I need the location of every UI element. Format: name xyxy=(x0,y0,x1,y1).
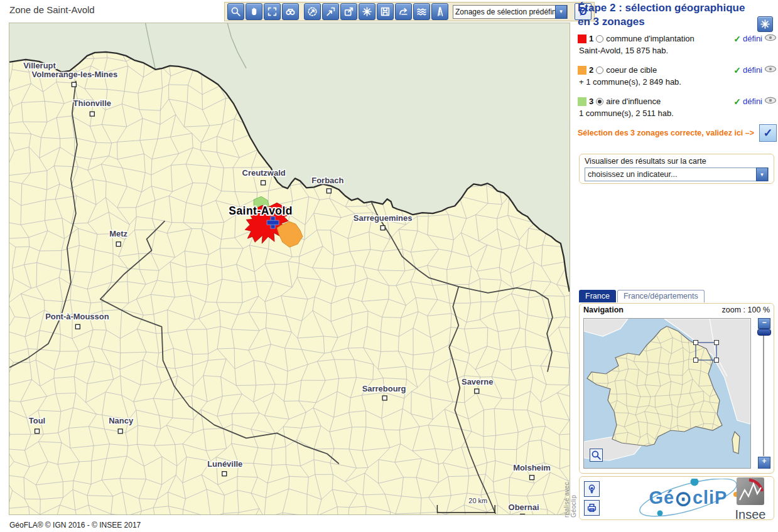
combo-dropdown-icon[interactable]: ▼ xyxy=(555,5,567,19)
zoom-slider-handle[interactable] xyxy=(757,329,771,336)
city-label: Sarrebourg xyxy=(362,384,406,393)
zone-visibility-toggle[interactable] xyxy=(764,34,777,43)
lightbulb-icon xyxy=(586,484,597,494)
check-icon: ✓ xyxy=(733,65,741,75)
zone-status: ✓défini xyxy=(733,34,777,44)
control-panel: Étape 2 : sélection géographique en 3 zo… xyxy=(576,1,778,532)
zone-detail: 1 commune(s), 2 511 hab. xyxy=(579,109,777,119)
geoclip-o-icon: ⊙ xyxy=(674,487,693,510)
zone-label: coeur de cible xyxy=(606,65,657,75)
star-selection-icon xyxy=(760,19,770,29)
zoom-level-label: zoom : 100 % xyxy=(722,306,770,314)
indicator-select[interactable]: choisissez un indicateur... ▼ xyxy=(585,168,769,181)
tab-france-d-partements[interactable]: France/départements xyxy=(617,290,705,302)
navigation-header: Navigation zoom : 100 % xyxy=(583,306,770,314)
city-label: Toul xyxy=(29,416,45,425)
refresh-tool-button[interactable] xyxy=(395,3,412,20)
waves-tool-button[interactable] xyxy=(413,3,430,20)
full-extent-tool-button[interactable] xyxy=(264,3,281,20)
zone-visibility-toggle[interactable] xyxy=(764,65,777,75)
city-label: Molsheim xyxy=(513,463,551,472)
map-canvas[interactable]: VilleruptVolmerange-les-MinesThionvilleC… xyxy=(9,23,570,515)
pan-tool-button[interactable] xyxy=(246,3,262,20)
binoculars-tool-button[interactable] xyxy=(282,3,299,20)
city-marker xyxy=(382,396,387,400)
eye-visibility-icon xyxy=(764,34,777,41)
star-selection-icon xyxy=(362,6,372,17)
zoom-in-button[interactable]: + xyxy=(758,457,770,469)
panel-title-line2: en 3 zonages xyxy=(578,15,760,29)
zone-label: aire d'influence xyxy=(606,97,661,106)
zone-status-label: défini xyxy=(743,65,762,75)
validate-button[interactable]: ✓ xyxy=(759,124,777,142)
results-box: Visualiser des résultats sur la carte ch… xyxy=(579,154,774,184)
city-label: Forbach xyxy=(311,176,343,185)
tab-france[interactable]: France xyxy=(579,290,616,302)
city-label: Obernai xyxy=(509,503,539,512)
zone-color-swatch xyxy=(578,35,586,43)
map-toolbar: Zonages de sélection prédéfini ▼ Ø xyxy=(224,2,595,21)
city-label: Volmerange-les-Mines xyxy=(32,70,118,79)
toolbar-tools xyxy=(227,3,450,20)
help-lightbulb-button[interactable] xyxy=(584,481,600,497)
print-button[interactable] xyxy=(584,500,600,516)
zone-status: ✓défini xyxy=(733,65,777,75)
panel-title-line1: Étape 2 : sélection géographique xyxy=(578,1,760,15)
logos-box: Gé⊙cliP Insee xyxy=(579,476,774,520)
city-marker xyxy=(381,226,385,230)
zoom-in-icon xyxy=(591,450,602,460)
zone-status: ✓défini xyxy=(733,97,777,107)
zone-radio[interactable] xyxy=(596,98,603,105)
zone-number: 3 xyxy=(589,97,593,106)
city-label: Creutzwald xyxy=(242,168,286,178)
zonages-combobox[interactable]: Zonages de sélection prédéfini ▼ xyxy=(453,5,568,19)
check-icon: ✓ xyxy=(733,34,741,44)
validate-message: Sélection des 3 zonages correcte, valide… xyxy=(578,129,759,137)
zone-2-block: 2coeur de cible✓défini+ 1 commune(s), 2 … xyxy=(578,64,777,88)
city-marker xyxy=(116,242,121,247)
star-selection-tool-button[interactable] xyxy=(359,3,375,20)
select-dropdown-icon[interactable]: ▼ xyxy=(756,168,768,181)
city-marker xyxy=(118,429,122,434)
geoclip-wordmark: Gé⊙cliP xyxy=(635,479,742,518)
city-label: Pont-à-Mousson xyxy=(45,312,109,321)
zone-status-label: défini xyxy=(743,34,762,43)
panel-title: Étape 2 : sélection géographique en 3 zo… xyxy=(578,1,760,29)
city-label: Villerupt xyxy=(23,61,56,70)
overview-minimap[interactable] xyxy=(583,318,751,469)
eye-visibility-icon xyxy=(764,97,777,104)
city-label: Sarreguemines xyxy=(354,213,413,223)
copyright-credit: GéoFLA® © IGN 2016 - © INSEE 2017 xyxy=(9,521,141,529)
city-label: Lunéville xyxy=(207,459,242,469)
zone-radio[interactable] xyxy=(596,66,603,74)
zoom-slider: − + xyxy=(755,318,772,469)
open-window-tool-button[interactable] xyxy=(340,3,357,20)
zoom-out-button[interactable]: − xyxy=(758,318,770,329)
zonages-combobox-value: Zonages de sélection prédéfini xyxy=(453,8,555,16)
zone-visibility-toggle[interactable] xyxy=(764,97,777,106)
star-selection-tool-button[interactable] xyxy=(757,16,773,32)
zone-detail: + 1 commune(s), 2 849 hab. xyxy=(579,77,777,88)
roads-tool-button[interactable] xyxy=(431,3,448,20)
city-marker xyxy=(35,429,40,434)
zone-number: 2 xyxy=(589,65,593,75)
save-tool-button[interactable] xyxy=(377,3,394,20)
next-view-tool-button[interactable] xyxy=(322,3,339,20)
zone-2-row: 2coeur de cible✓défini xyxy=(578,64,777,76)
previous-view-icon xyxy=(307,6,318,17)
scale-label: 20 km xyxy=(468,497,487,504)
previous-view-tool-button[interactable] xyxy=(304,3,321,20)
insee-logo: Insee xyxy=(731,477,770,521)
city-label: Saverne xyxy=(462,377,493,386)
open-window-icon xyxy=(343,6,354,17)
geoclip-app: Zone de Saint-Avold Zonages de sélection… xyxy=(0,0,778,532)
zoom-slider-track[interactable] xyxy=(763,329,764,456)
city-marker xyxy=(222,472,227,476)
zone-1-row: 1commune d'implantation✓défini xyxy=(578,33,777,45)
zone-3-block: 3aire d'influence✓défini1 commune(s), 2 … xyxy=(578,95,777,119)
zoom-in-tool-button[interactable] xyxy=(227,3,244,20)
minimap-magnifier-button[interactable] xyxy=(590,449,603,462)
printer-icon xyxy=(586,503,597,513)
zone-radio[interactable] xyxy=(596,35,603,43)
check-icon: ✓ xyxy=(733,97,741,107)
